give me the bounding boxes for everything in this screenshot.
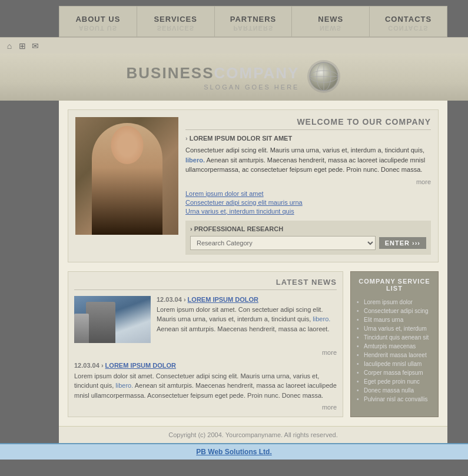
top-nav: ABOUT US ABOUT US SERVICES SERVICES PART… <box>0 0 468 37</box>
welcome-section: WELCOME TO OUR COMPANY LOREM IPSUM DOLOR… <box>68 109 439 262</box>
welcome-title: WELCOME TO OUR COMPANY <box>185 117 431 130</box>
copyright-text: Copyright (c) 2004. Yourcompanyname. All… <box>168 431 337 438</box>
news-section: LATEST NEWS 12.03.04 › LOREM IPSUM DOLOR… <box>68 271 343 418</box>
news-link-2[interactable]: LOREM IPSUM DOLOR <box>105 362 176 369</box>
logo-area: BUSINESSCOMPANY SLOGAN GOES HERE <box>127 59 342 96</box>
service-list-item: Iaculipede mnisl ullam <box>357 360 432 368</box>
news-item-1-text: 12.03.04 › LOREM IPSUM DOLOR Lorem ipsum… <box>157 296 337 343</box>
nav-item-about[interactable]: ABOUT US ABOUT US <box>59 6 137 36</box>
bottom-section: LATEST NEWS 12.03.04 › LOREM IPSUM DOLOR… <box>68 271 439 418</box>
service-list-item: Pulvinar nisl ac convallis <box>357 395 432 404</box>
research-form: Research Category ENTER ››› <box>190 236 426 250</box>
nav-about-reflection: ABOUT US <box>64 25 132 32</box>
service-list: Lorem ipsum dolorConsectetuer adipi scin… <box>357 298 432 404</box>
article-body: Consectetuer adipi scing elit. Mauris ur… <box>185 145 431 175</box>
outer-wrapper: ABOUT US ABOUT US SERVICES SERVICES PART… <box>0 0 468 460</box>
nav-services-label: SERVICES <box>142 15 210 24</box>
news-body-blue-2: libero. <box>115 382 133 389</box>
logo-text-area: BUSINESSCOMPANY SLOGAN GOES HERE <box>127 64 300 91</box>
nav-container: ABOUT US ABOUT US SERVICES SERVICES PART… <box>59 6 447 37</box>
news-body-text-1a: Lorem ipsum dolor sit amet. Con sectetue… <box>157 306 323 323</box>
link-3[interactable]: Urna varius et, interdum tincidunt quis <box>185 208 431 215</box>
home-icon[interactable]: ⌂ <box>5 41 14 51</box>
news-item-2: 12.03.04 › LOREM IPSUM DOLOR Lorem ipsum… <box>74 362 337 411</box>
service-list-item: Urna varius et, interdum <box>357 324 432 333</box>
welcome-text: WELCOME TO OUR COMPANY LOREM IPSUM DOLOR… <box>185 117 431 255</box>
content-inner: WELCOME TO OUR COMPANY LOREM IPSUM DOLOR… <box>59 101 447 426</box>
article-title: LOREM IPSUM DOLOR SIT AMET <box>185 135 431 142</box>
service-list-item: Elit maurs urna <box>357 315 432 324</box>
service-list-item: Consectetuer adipi scing <box>357 307 432 315</box>
nav-about-label: ABOUT US <box>64 15 132 24</box>
news-body-2: Lorem ipsum dolor sit amet. Consectetuer… <box>74 371 337 401</box>
news-body-1: Lorem ipsum dolor sit amet. Con sectetue… <box>157 305 337 334</box>
page-wrapper: WELCOME TO OUR COMPANY LOREM IPSUM DOLOR… <box>59 101 447 443</box>
nav-partners-reflection: PARTNERS <box>220 25 287 32</box>
enter-button[interactable]: ENTER ››› <box>379 237 426 249</box>
read-more[interactable]: more <box>185 178 431 185</box>
article-body-text1: Consectetuer adipi scing elit. Mauris ur… <box>185 147 424 154</box>
bottombar-link[interactable]: PB Web Solutions Ltd. <box>196 448 271 456</box>
news-item-top: 12.03.04 › LOREM IPSUM DOLOR Lorem ipsum… <box>74 296 337 343</box>
news-more-2[interactable]: more <box>74 404 337 411</box>
service-list-item: Corper massa feipsum <box>357 368 432 377</box>
service-list-item: Lorem ipsum dolor <box>357 298 432 307</box>
service-list-item: Eget pede proin nunc <box>357 377 432 386</box>
service-list-item: Amturpis maecenas <box>357 342 432 351</box>
link-list: Lorem ipsum dolor sit amet Consectetuer … <box>185 190 431 215</box>
news-date-text-2: 12.03.04 <box>74 362 99 369</box>
research-select[interactable]: Research Category <box>190 236 376 250</box>
logo-slogan: SLOGAN GOES HERE <box>127 84 300 91</box>
nav-news-reflection: NEWS <box>297 25 364 32</box>
research-title: PROFESSIONAL RESEARCH <box>190 225 426 232</box>
news-image <box>74 296 151 343</box>
nav-item-services[interactable]: SERVICES SERVICES <box>137 6 215 36</box>
nav-services-reflection: SERVICES <box>142 25 210 32</box>
service-title: COMPANY SERVICE LIST <box>357 278 432 292</box>
news-date-2: 12.03.04 › LOREM IPSUM DOLOR <box>74 362 337 369</box>
service-list-item: Hendrerit massa laoreet <box>357 351 432 360</box>
news-body-text-2b: Aenean sit amturpis. Maecenas hendrerit,… <box>74 382 337 399</box>
service-list-item: Tincidunt quis aenean sit <box>357 333 432 342</box>
link-1[interactable]: Lorem ipsum dolor sit amet <box>185 190 431 197</box>
browser-toolbar: ⌂ ⊞ ✉ <box>0 37 468 54</box>
research-section: PROFESSIONAL RESEARCH Research Category … <box>185 221 431 255</box>
news-date-1: 12.03.04 › LOREM IPSUM DOLOR <box>157 296 337 303</box>
news-link-1[interactable]: LOREM IPSUM DOLOR <box>188 296 258 303</box>
nav-contacts-reflection: CONTACTS <box>374 25 442 32</box>
link-2[interactable]: Consectetuer adipi scing elit mauris urn… <box>185 199 431 206</box>
site-footer: Copyright (c) 2004. Yourcompanyname. All… <box>59 426 447 443</box>
nav-item-contacts[interactable]: CONTACTS CONTACTS <box>370 6 447 36</box>
nav-news-label: NEWS <box>297 15 364 24</box>
news-body-text-1b: Aenean sit amturpis. Maecenas hendrerit,… <box>157 325 329 332</box>
article-body-text2: Aenean sit amturpis. Maecenas hendrerit,… <box>185 157 425 174</box>
nav-partners-label: PARTNERS <box>220 15 287 24</box>
nav-item-news[interactable]: NEWS NEWS <box>292 6 370 36</box>
news-more-1[interactable]: more <box>74 349 337 356</box>
service-section: COMPANY SERVICE LIST Lorem ipsum dolorCo… <box>350 271 439 418</box>
email-icon[interactable]: ✉ <box>31 41 40 51</box>
grid-icon[interactable]: ⊞ <box>18 41 27 51</box>
nav-item-partners[interactable]: PARTNERS PARTNERS <box>215 6 293 36</box>
news-body-blue-1: libero. <box>313 315 330 322</box>
article-body-blue: libero. <box>185 157 205 164</box>
site-header: BUSINESSCOMPANY SLOGAN GOES HERE <box>0 54 468 101</box>
globe-container <box>306 59 341 96</box>
logo-business: BUSINESS <box>127 64 214 82</box>
welcome-image <box>75 117 178 235</box>
globe-icon <box>306 59 341 94</box>
nav-contacts-label: CONTACTS <box>374 15 442 24</box>
logo-company: COMPANY <box>214 64 299 82</box>
news-date-text-1: 12.03.04 <box>157 296 182 303</box>
bottom-bar: PB Web Solutions Ltd. <box>0 443 468 460</box>
news-title: LATEST NEWS <box>74 278 337 290</box>
service-list-item: Donec massa nulla <box>357 386 432 395</box>
